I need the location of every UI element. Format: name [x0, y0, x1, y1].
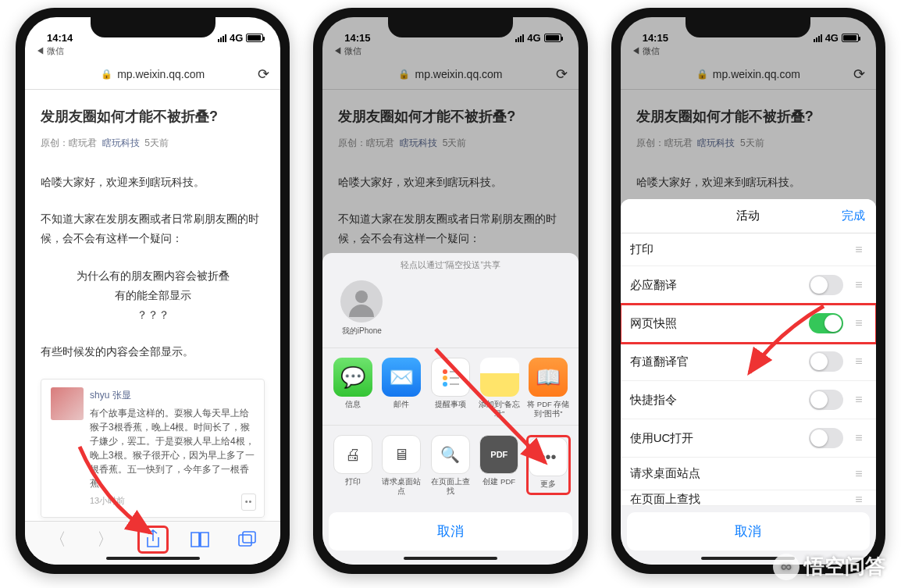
activity-row[interactable]: 有道翻译官≡ — [621, 343, 876, 381]
action-more[interactable]: •••更多 — [526, 435, 571, 495]
network-label: 4G — [230, 32, 243, 44]
airdrop-hint: 轻点以通过“隔空投送”共享 — [322, 259, 578, 271]
article-content: 发朋友圈如何才能不被折叠? 原创：瞎玩君 瞎玩科技 5天前 哈喽大家好，欢迎来到… — [25, 90, 280, 565]
activity-row[interactable]: 必应翻译≡ — [621, 266, 876, 305]
drag-handle-icon[interactable]: ≡ — [851, 467, 867, 481]
tabs-icon[interactable] — [232, 526, 263, 554]
drag-handle-icon[interactable]: ≡ — [851, 316, 867, 330]
action-desktop-site[interactable]: 🖥请求桌面站点 — [379, 435, 424, 495]
desktop-icon: 🖥 — [382, 435, 421, 474]
activity-row[interactable]: 网页快照≡ — [621, 305, 876, 343]
action-print[interactable]: 🖨打印 — [330, 435, 375, 495]
activity-row[interactable]: 快捷指令≡ — [621, 381, 876, 419]
activities-list: 打印≡必应翻译≡网页快照≡有道翻译官≡快捷指令≡使用UC打开≡请求桌面站点≡在页… — [621, 233, 876, 506]
airdrop-contact[interactable]: 我的iPhone — [337, 280, 386, 337]
url-bar[interactable]: 🔒 mp.weixin.qq.com ⟳ — [25, 59, 280, 90]
phone-1: 14:14 4G ◀ 微信 🔒 mp.weixin.qq.com ⟳ 发朋友圈如… — [16, 8, 290, 574]
search-icon: 🔍 — [431, 435, 470, 474]
activity-row[interactable]: 打印≡ — [621, 233, 876, 266]
activities-header: 活动 完成 — [621, 199, 876, 233]
toggle-switch[interactable] — [809, 351, 843, 372]
more-dots-icon[interactable]: •• — [241, 494, 257, 511]
activity-name: 必应翻译 — [630, 278, 809, 293]
forward-icon[interactable]: 〉 — [90, 526, 121, 554]
battery-icon — [246, 34, 263, 42]
back-to-app[interactable]: ◀ 微信 — [25, 44, 280, 59]
activities-panel: 活动 完成 打印≡必应翻译≡网页快照≡有道翻译官≡快捷指令≡使用UC打开≡请求桌… — [621, 199, 876, 565]
drag-handle-icon[interactable]: ≡ — [851, 393, 867, 407]
card-username[interactable]: shyu 张显 — [90, 387, 255, 404]
paragraph: 不知道大家在发朋友圈或者日常刷朋友圈的时候，会不会有这样一个疑问： — [41, 209, 265, 248]
home-indicator[interactable] — [404, 557, 497, 560]
lock-icon: 🔒 — [101, 69, 112, 80]
drag-handle-icon[interactable]: ≡ — [851, 243, 867, 257]
svg-point-4 — [443, 376, 447, 380]
card-time: 13小时前 — [90, 494, 255, 509]
activity-row[interactable]: 在页面上查找≡ — [621, 490, 876, 506]
print-icon: 🖨 — [333, 435, 372, 474]
activity-name: 有道翻译官 — [630, 355, 809, 369]
messages-icon: 💬 — [333, 358, 372, 397]
paragraph-center: 为什么有的朋友圈内容会被折叠 有的能全部显示 ？？？ — [41, 266, 265, 326]
app-mail[interactable]: ✉️邮件 — [379, 358, 424, 417]
card-text: 有个故事是这样的。耍猴人每天早上给猴子3根香蕉，晚上4根。时间长了，猴子嫌少，罢… — [90, 406, 255, 490]
url-text: mp.weixin.qq.com — [117, 68, 205, 80]
activity-row[interactable]: 使用UC打开≡ — [621, 419, 876, 458]
clock: 14:14 — [47, 32, 73, 44]
drag-handle-icon[interactable]: ≡ — [851, 431, 867, 445]
share-icon[interactable] — [137, 526, 169, 554]
reload-icon[interactable]: ⟳ — [258, 66, 269, 83]
toggle-switch[interactable] — [809, 275, 843, 295]
back-icon[interactable]: 〈 — [42, 526, 73, 554]
activity-name: 使用UC打开 — [630, 431, 809, 446]
paragraph: 哈喽大家好，欢迎来到瞎玩科技。 — [41, 173, 265, 192]
airdrop-row: 我的iPhone — [322, 276, 578, 348]
bookmarks-icon[interactable] — [184, 526, 215, 554]
phone-2: 14:15 4G ◀ 微信 🔒 mp.weixin.qq.com ⟳ 发朋友圈如… — [313, 8, 587, 574]
notes-icon — [480, 358, 519, 397]
moments-card: shyu 张显 有个故事是这样的。耍猴人每天早上给猴子3根香蕉，晚上4根。时间长… — [41, 379, 265, 517]
activity-name: 在页面上查找 — [630, 492, 851, 506]
notch — [388, 17, 513, 37]
books-icon: 📖 — [529, 358, 568, 397]
watermark: ∞ 悟空问答 — [773, 553, 885, 580]
svg-point-5 — [443, 382, 447, 387]
source-link[interactable]: 瞎玩科技 — [102, 137, 140, 148]
app-notes[interactable]: 添加到“备忘录” — [477, 358, 522, 417]
drag-handle-icon[interactable]: ≡ — [851, 355, 867, 369]
action-find[interactable]: 🔍在页面上查找 — [428, 435, 472, 495]
article-title: 发朋友圈如何才能不被折叠? — [41, 104, 265, 129]
share-actions-row: 🖨打印 🖥请求桌面站点 🔍在页面上查找 PDF创建 PDF •••更多 — [322, 426, 578, 506]
action-create-pdf[interactable]: PDF创建 PDF — [477, 435, 522, 495]
app-books[interactable]: 📖将 PDF 存储到“图书” — [526, 358, 571, 417]
svg-point-3 — [443, 369, 447, 374]
paragraph: 有些时候发的内容会全部显示。 — [41, 342, 265, 362]
activity-row[interactable]: 请求桌面站点≡ — [621, 458, 876, 490]
app-reminders[interactable]: 提醒事项 — [429, 358, 473, 417]
reminders-icon — [431, 358, 470, 397]
app-messages[interactable]: 💬信息 — [330, 358, 375, 417]
signal-bars-icon — [218, 34, 226, 42]
activity-name: 快捷指令 — [630, 393, 809, 408]
share-sheet: 轻点以通过“隔空投送”共享 我的iPhone 💬信息 ✉️邮件 提醒事项 添加到… — [322, 253, 578, 565]
more-icon: ••• — [529, 437, 568, 476]
watermark-logo-icon: ∞ — [773, 554, 800, 580]
mail-icon: ✉️ — [382, 358, 421, 397]
avatar-thumb — [51, 387, 84, 420]
cancel-button[interactable]: 取消 — [627, 512, 870, 551]
drag-handle-icon[interactable]: ≡ — [851, 278, 867, 292]
svg-point-2 — [355, 290, 368, 303]
home-indicator[interactable] — [106, 557, 200, 560]
toggle-switch[interactable] — [809, 313, 843, 333]
share-apps-row: 💬信息 ✉️邮件 提醒事项 添加到“备忘录” 📖将 PDF 存储到“图书” — [322, 348, 578, 426]
svg-rect-0 — [239, 535, 251, 546]
article-meta: 原创：瞎玩君 瞎玩科技 5天前 — [41, 135, 265, 152]
cancel-button[interactable]: 取消 — [329, 512, 572, 551]
notch — [91, 17, 215, 37]
phone-3: 14:15 4G ◀ 微信 🔒 mp.weixin.qq.com ⟳ 发朋友圈如… — [611, 8, 885, 574]
drag-handle-icon[interactable]: ≡ — [851, 493, 867, 507]
toggle-switch[interactable] — [809, 428, 843, 448]
person-icon — [340, 280, 383, 323]
done-button[interactable]: 完成 — [842, 208, 865, 223]
toggle-switch[interactable] — [809, 390, 843, 410]
